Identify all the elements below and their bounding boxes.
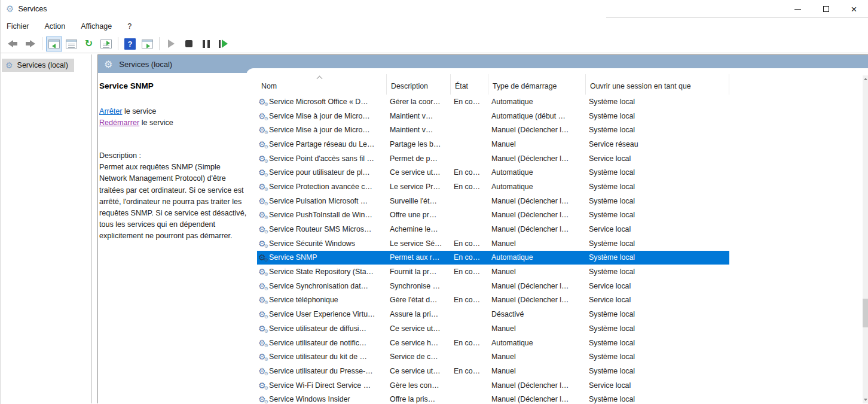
cell-type: Manuel (Déclencher l… [488, 225, 586, 233]
properties-button[interactable] [63, 37, 80, 51]
cell-session: Système local [586, 395, 729, 403]
service-row[interactable]: ⚙Service pour utilisateur de pl…Ce servi… [257, 165, 729, 180]
cell-etat: En co… [451, 98, 488, 106]
service-row[interactable]: ⚙Service Pulsation Microsoft …Surveille … [257, 194, 729, 208]
cell-session: Système local [586, 353, 729, 361]
tree-item-label: Services (local) [17, 61, 68, 69]
cell-session: Service réseau [586, 140, 729, 148]
pause-service-button[interactable] [198, 37, 214, 51]
refresh-button[interactable]: ↻ [81, 37, 97, 51]
start-service-button[interactable] [163, 37, 179, 51]
console-tree-pane: ⚙ Services (local) [1, 54, 91, 403]
scrollbar-thumb[interactable] [863, 299, 868, 327]
cell-description: Ce service ut… [387, 367, 451, 375]
cell-description: Surveille l'ét… [387, 197, 451, 205]
column-header-4[interactable]: Type de démarrage [488, 74, 586, 95]
service-row[interactable]: ⚙Service utilisateur du kit de …Service … [257, 350, 729, 364]
toolbar-separator [159, 37, 160, 50]
close-button[interactable]: × [840, 0, 868, 18]
service-row[interactable]: ⚙Service téléphoniqueGère l'état d…En co… [257, 293, 729, 308]
menu-item-affichage[interactable]: Affichage [81, 20, 112, 33]
service-gear-icon: ⚙ [258, 296, 269, 304]
cell-nom: ⚙Service Pulsation Microsoft … [257, 197, 387, 205]
cell-type: Manuel (Déclencher l… [488, 296, 586, 304]
cell-description: Ce service ut… [387, 324, 451, 333]
service-row[interactable]: ⚙Service Wi-Fi Direct Service …Gère les … [257, 378, 729, 393]
service-row[interactable]: ⚙Service Microsoft Office « D…Gérer la c… [257, 95, 729, 109]
restart-service-suffix: le service [139, 119, 173, 127]
cell-description: Gère les con… [387, 381, 451, 390]
column-header-5[interactable]: Ouvrir une session en tant que [586, 74, 729, 95]
cell-type: Automatique [488, 183, 586, 191]
service-row[interactable]: ⚙Service User Experience Virtu…Assure la… [257, 307, 729, 321]
service-row[interactable]: ⚙Service Windows InsiderOffre la pris…Ma… [257, 392, 729, 403]
stop-service-button[interactable] [181, 37, 197, 51]
cell-type: Manuel (Déclencher l… [488, 154, 586, 163]
service-gear-icon: ⚙ [258, 253, 269, 262]
menu-item-?[interactable]: ? [127, 20, 132, 33]
cell-session: Système local [586, 211, 729, 219]
service-name-text: Service Mise à jour de Micro… [269, 126, 370, 134]
menu-item-action[interactable]: Action [45, 20, 66, 33]
services-rows: ⚙Service Microsoft Office « D…Gérer la c… [257, 95, 729, 403]
stop-service-link[interactable]: Arrêter [99, 107, 123, 116]
minimize-button[interactable] [784, 0, 812, 18]
service-row[interactable]: ⚙Service Partage réseau du Le…Partage le… [257, 137, 729, 151]
forward-button[interactable] [22, 37, 38, 51]
service-row[interactable]: ⚙Service Point d'accès sans fil …Permet … [257, 151, 729, 166]
toggle-console-tree-button[interactable] [46, 37, 62, 51]
help-button[interactable]: ? [122, 37, 138, 51]
services-gear-icon: ⚙ [5, 60, 13, 70]
service-row[interactable]: ⚙Service State Repository (Sta…Fournit l… [257, 265, 729, 279]
service-row[interactable]: ⚙Service Mise à jour de Micro…Maintient … [257, 123, 729, 137]
menu-item-fichier[interactable]: Fichier [7, 20, 29, 33]
service-gear-icon: ⚙ [258, 211, 269, 219]
cell-description: Fournit la pr… [387, 268, 451, 276]
cell-description: Le service Sé… [387, 239, 451, 248]
column-header-2[interactable]: Description [387, 74, 451, 95]
restart-service-button[interactable] [215, 37, 231, 51]
service-action-links: Arrêter le service Redémarrer le service [99, 106, 244, 129]
services-list-panel: NomDescriptionÉtatType de démarrageOuvri… [246, 68, 868, 403]
service-gear-icon: ⚙ [258, 154, 269, 163]
services-panel: ⚙ Services (local) Service SNMP Arrêter … [97, 54, 868, 403]
forward-icon [25, 40, 35, 47]
service-name-text: Service Pulsation Microsoft … [269, 197, 368, 205]
service-row-selected[interactable]: ⚙Service SNMPPermet aux r…En co…Automati… [257, 251, 729, 265]
tree-item-services-local[interactable]: ⚙ Services (local) [2, 59, 74, 72]
back-button[interactable] [5, 37, 21, 51]
maximize-button[interactable] [812, 0, 840, 18]
cell-etat: En co… [451, 253, 488, 262]
export-list-button[interactable] [98, 37, 114, 51]
cell-nom: ⚙Service téléphonique [257, 296, 387, 304]
service-row[interactable]: ⚙Service PushToInstall de Win…Offre une … [257, 208, 729, 223]
vertical-scrollbar[interactable] [863, 75, 868, 403]
service-row[interactable]: ⚙Service utilisateur de diffusi…Ce servi… [257, 321, 729, 336]
cell-session: Système local [586, 183, 729, 191]
service-row[interactable]: ⚙Service Mise à jour de Micro…Maintient … [257, 109, 729, 123]
service-row[interactable]: ⚙Service utilisateur du Presse-…Ce servi… [257, 364, 729, 378]
pause-service-icon [201, 40, 211, 48]
pane-splitter[interactable] [91, 54, 97, 403]
column-header-3[interactable]: État [451, 74, 488, 95]
cell-type: Manuel [488, 268, 586, 276]
cell-type: Manuel [488, 239, 586, 248]
cell-type: Automatique [488, 168, 586, 177]
extended-view-button[interactable] [139, 37, 155, 51]
cell-type: Manuel [488, 140, 586, 148]
service-row[interactable]: ⚙Service utilisateur de notific…Ce servi… [257, 336, 729, 350]
cell-description: Service de c… [387, 353, 451, 361]
service-name-text: Service pour utilisateur de pl… [269, 168, 370, 177]
cell-nom: ⚙Service pour utilisateur de pl… [257, 168, 387, 177]
start-service-icon [168, 40, 175, 48]
service-row[interactable]: ⚙Service Protection avancée c…Le service… [257, 180, 729, 194]
service-row[interactable]: ⚙Service Sécurité WindowsLe service Sé…E… [257, 236, 729, 251]
service-row[interactable]: ⚙Service Synchronisation dat…Synchronise… [257, 279, 729, 293]
service-row[interactable]: ⚙Service Routeur SMS Micros…Achemine le…… [257, 222, 729, 236]
service-gear-icon: ⚙ [258, 225, 269, 233]
cell-etat: En co… [451, 168, 488, 177]
scroll-down-icon [864, 399, 867, 401]
restart-service-link[interactable]: Redémarrer [99, 119, 139, 127]
cell-session: Service local [586, 154, 729, 163]
cell-session: Système local [586, 239, 729, 248]
